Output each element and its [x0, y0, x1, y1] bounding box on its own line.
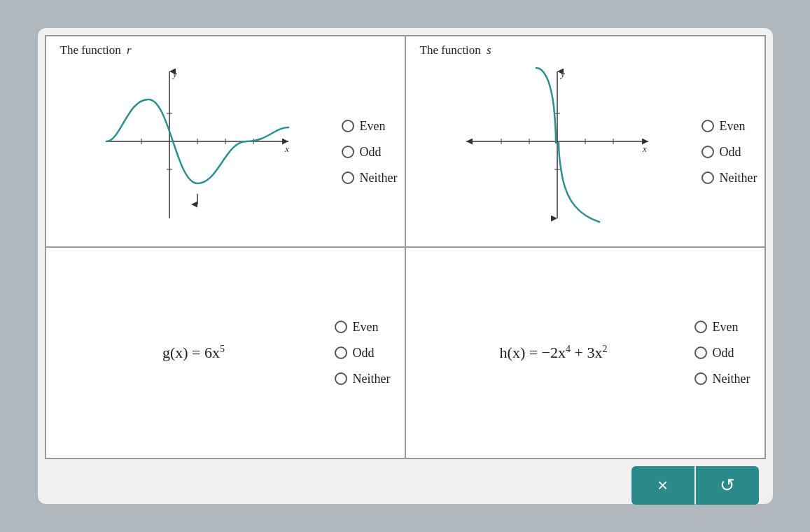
main-card: The function r	[38, 28, 773, 504]
function-s-title: The function s	[420, 43, 491, 57]
radio-g-odd[interactable]	[335, 346, 347, 359]
option-s-even[interactable]: Even	[701, 119, 757, 134]
graph-s-svg: y x	[420, 64, 694, 225]
radio-h-neither[interactable]	[694, 372, 707, 385]
options-g: Even Odd Neither	[335, 320, 391, 386]
function-r-title: The function r	[60, 43, 132, 57]
radio-h-even[interactable]	[694, 321, 707, 333]
radio-s-neither[interactable]	[701, 172, 714, 184]
option-g-neither[interactable]: Neither	[335, 372, 391, 386]
cell-function-r: The function r	[46, 36, 405, 247]
option-g-even[interactable]: Even	[335, 320, 391, 335]
option-r-odd[interactable]: Odd	[342, 145, 398, 160]
cell-function-h: h(x) = −2x4 + 3x2 Even Odd Neither	[405, 247, 765, 458]
radio-h-odd[interactable]	[694, 346, 707, 359]
option-r-neither[interactable]: Neither	[342, 171, 398, 186]
svg-text:x: x	[284, 144, 289, 154]
radio-s-even[interactable]	[701, 120, 714, 132]
svg-text:y: y	[559, 69, 565, 79]
option-s-odd[interactable]: Odd	[701, 145, 757, 160]
undo-button[interactable]: ↺	[696, 466, 759, 505]
radio-r-neither[interactable]	[342, 172, 354, 184]
formula-g: g(x) = 6x5	[60, 344, 328, 362]
cell-function-s: The function s	[405, 36, 765, 247]
options-h: Even Odd Neither	[694, 320, 750, 386]
cell-function-g: g(x) = 6x5 Even Odd Neither	[46, 247, 405, 458]
options-s: Even Odd Neither	[701, 119, 757, 186]
svg-text:x: x	[642, 144, 647, 154]
svg-text:y: y	[172, 69, 177, 79]
option-s-neither[interactable]: Neither	[701, 171, 757, 186]
radio-r-odd[interactable]	[342, 146, 354, 158]
radio-g-neither[interactable]	[335, 372, 347, 385]
option-h-even[interactable]: Even	[694, 320, 750, 335]
radio-g-even[interactable]	[335, 321, 347, 333]
options-r: Even Odd Neither	[342, 119, 398, 186]
option-r-even[interactable]: Even	[342, 119, 398, 134]
formula-h: h(x) = −2x4 + 3x2	[420, 344, 687, 362]
grid-container: The function r	[45, 35, 766, 459]
radio-r-even[interactable]	[342, 120, 354, 132]
graph-r: y x	[60, 64, 335, 239]
graph-r-svg: y x	[60, 64, 335, 225]
graph-s: y x	[420, 64, 694, 239]
close-button[interactable]: ×	[631, 466, 694, 505]
action-buttons: × ↺	[45, 466, 759, 505]
option-h-odd[interactable]: Odd	[694, 346, 750, 360]
option-g-odd[interactable]: Odd	[335, 346, 391, 360]
radio-s-odd[interactable]	[701, 146, 714, 158]
option-h-neither[interactable]: Neither	[694, 372, 750, 386]
